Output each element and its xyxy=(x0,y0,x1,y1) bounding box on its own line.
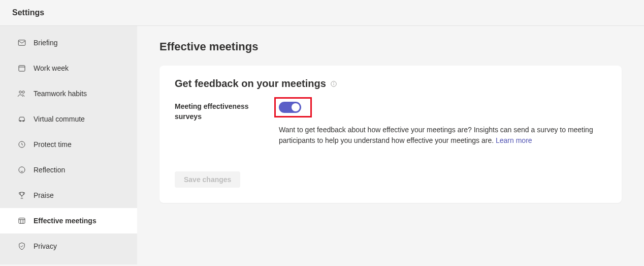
sidebar-item-label: Effective meetings xyxy=(34,217,96,225)
sidebar-item-reflection[interactable]: Reflection xyxy=(0,157,137,183)
sidebar-item-label: Reflection xyxy=(34,166,65,174)
feedback-card: Get feedback on your meetings Meeting ef… xyxy=(159,66,622,203)
surveys-toggle[interactable] xyxy=(279,102,301,113)
mail-icon xyxy=(17,38,26,47)
sidebar-item-label: Protect time xyxy=(34,140,72,149)
toggle-highlight xyxy=(274,97,312,117)
svg-point-4 xyxy=(22,91,25,94)
settings-header: Settings xyxy=(0,0,644,26)
sidebar-item-protect-time[interactable]: Protect time xyxy=(0,132,137,157)
setting-label: Meeting effectiveness surveys xyxy=(175,102,264,146)
clock-icon xyxy=(17,140,26,149)
grid-icon xyxy=(17,216,26,225)
sidebar-item-label: Teamwork habits xyxy=(34,90,87,98)
sidebar-item-work-week[interactable]: Work week xyxy=(0,55,137,81)
svg-point-8 xyxy=(19,167,25,173)
page-title: Effective meetings xyxy=(159,40,622,53)
learn-more-link[interactable]: Learn more xyxy=(496,136,532,144)
sidebar-item-praise[interactable]: Praise xyxy=(0,183,137,208)
sidebar-item-briefing[interactable]: Briefing xyxy=(0,30,137,55)
smile-icon xyxy=(17,165,26,174)
sidebar-item-privacy[interactable]: Privacy xyxy=(0,233,137,259)
trophy-icon xyxy=(17,191,26,200)
svg-rect-1 xyxy=(19,66,25,71)
car-icon xyxy=(17,114,26,124)
info-icon[interactable] xyxy=(330,80,337,87)
header-title: Settings xyxy=(12,8,632,17)
svg-point-15 xyxy=(334,82,334,83)
sidebar-item-label: Briefing xyxy=(34,39,57,47)
sidebar-item-effective-meetings[interactable]: Effective meetings xyxy=(0,208,137,233)
svg-point-3 xyxy=(19,91,22,94)
sidebar-item-virtual-commute[interactable]: Virtual commute xyxy=(0,106,137,132)
setting-description: Want to get feedback about how effective… xyxy=(279,125,606,146)
card-title: Get feedback on your meetings xyxy=(175,78,326,90)
sidebar-item-label: Praise xyxy=(34,191,54,199)
svg-rect-9 xyxy=(19,218,25,224)
people-icon xyxy=(17,89,26,98)
sidebar-item-label: Work week xyxy=(34,64,69,72)
sidebar-item-teamwork-habits[interactable]: Teamwork habits xyxy=(0,81,137,106)
save-changes-button[interactable]: Save changes xyxy=(175,171,240,188)
sidebar-item-label: Privacy xyxy=(34,242,57,250)
sidebar-item-label: Virtual commute xyxy=(34,115,85,123)
sidebar: Briefing Work week Teamwork habits Virtu… xyxy=(0,26,137,264)
svg-rect-0 xyxy=(18,40,25,46)
calendar-icon xyxy=(17,64,26,73)
shield-icon xyxy=(17,242,26,251)
main-content: Effective meetings Get feedback on your … xyxy=(137,26,644,264)
